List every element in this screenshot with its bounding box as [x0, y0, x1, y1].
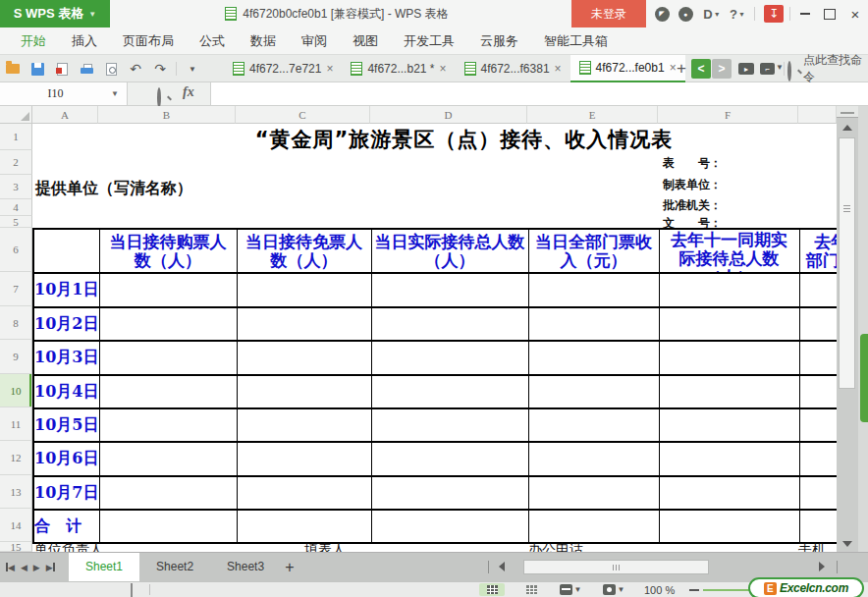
- row-header-14[interactable]: 14: [0, 509, 32, 542]
- cell-row-label-0[interactable]: 10月1日: [33, 273, 99, 307]
- cell-row-label-4[interactable]: 10月5日: [33, 408, 99, 442]
- close-tab-icon[interactable]: ×: [326, 62, 333, 76]
- row-header-10[interactable]: 10: [0, 374, 32, 407]
- cell-empty[interactable]: [371, 476, 528, 510]
- command-search-input[interactable]: 点此查找命令: [803, 55, 868, 82]
- cell-empty[interactable]: [528, 408, 659, 442]
- cell-empty[interactable]: [799, 273, 837, 307]
- new-document-tab-button[interactable]: +: [674, 55, 689, 82]
- split-handle[interactable]: [837, 106, 858, 118]
- row-header-15[interactable]: 15: [0, 542, 32, 552]
- cell-empty[interactable]: [799, 307, 837, 341]
- cell-empty[interactable]: [371, 375, 528, 408]
- sheet-tab-Sheet1[interactable]: Sheet1: [69, 553, 139, 581]
- first-sheet-icon[interactable]: ◀: [6, 563, 15, 572]
- column-header-B[interactable]: B: [98, 106, 236, 124]
- zoom-out-icon[interactable]: [689, 589, 699, 591]
- table-column-header-5[interactable]: 去年十一同期全 部门票收入（元）: [799, 229, 837, 273]
- add-sheet-button[interactable]: +: [281, 553, 298, 581]
- reading-mode-button[interactable]: ▼: [556, 583, 585, 596]
- cell-meta-label[interactable]: 批准机关：: [663, 197, 722, 214]
- cell-row-label-5[interactable]: 10月6日: [33, 442, 99, 476]
- zoom-slider[interactable]: [703, 589, 750, 591]
- row-header-13[interactable]: 13: [0, 475, 32, 509]
- scroll-down-icon[interactable]: [837, 535, 858, 552]
- row-header-4[interactable]: 4: [0, 199, 32, 216]
- open-file-icon[interactable]: [4, 60, 22, 78]
- row-header-11[interactable]: 11: [0, 407, 32, 441]
- column-header-F[interactable]: F: [658, 106, 798, 124]
- menu-tab-页面布局[interactable]: 页面布局: [110, 27, 187, 54]
- cell-footer-label-2[interactable]: 办公电话: [528, 541, 583, 552]
- chevron-down-icon[interactable]: ▼: [111, 89, 127, 98]
- cell-empty[interactable]: [99, 442, 237, 476]
- cell-empty[interactable]: [659, 408, 799, 442]
- column-header-A[interactable]: A: [32, 106, 98, 124]
- page-layout-view-button[interactable]: [518, 583, 544, 596]
- cell-empty[interactable]: [371, 442, 528, 476]
- cell-footer-label-1[interactable]: 填表人: [304, 541, 346, 552]
- document-tab-0[interactable]: 4f672...7e721×: [224, 55, 342, 82]
- cell-empty[interactable]: [659, 476, 799, 510]
- cell-empty[interactable]: [371, 273, 528, 307]
- vertical-scroll-thumb[interactable]: [839, 137, 855, 389]
- undo-icon[interactable]: ↶: [127, 60, 144, 78]
- login-button[interactable]: 未登录: [571, 0, 646, 27]
- cell-empty[interactable]: [99, 273, 237, 307]
- cell-empty[interactable]: [237, 408, 371, 442]
- close-tab-icon[interactable]: ×: [439, 62, 446, 76]
- horizontal-scroll-thumb[interactable]: [523, 560, 709, 574]
- menu-tab-云服务[interactable]: 云服务: [467, 27, 531, 54]
- cell-empty[interactable]: [237, 476, 371, 510]
- tab-scroll-left-button[interactable]: <: [691, 59, 711, 79]
- cell-meta-label[interactable]: 表 号：: [663, 155, 722, 172]
- cell-empty[interactable]: [659, 442, 799, 476]
- cell-empty[interactable]: [99, 510, 237, 543]
- table-column-header-3[interactable]: 当日全部门票收 入（元）: [528, 229, 659, 273]
- help-icon[interactable]: ?▼: [727, 6, 748, 22]
- cell-empty[interactable]: [799, 341, 837, 375]
- menu-tab-智能工具箱[interactable]: 智能工具箱: [531, 27, 621, 54]
- cell-footer-label-0[interactable]: 单位负责人: [34, 541, 103, 552]
- cell-provider-label[interactable]: 提供单位（写清名称）: [35, 179, 192, 199]
- cell-empty[interactable]: [99, 375, 237, 408]
- cell-empty[interactable]: [799, 408, 837, 442]
- cell-empty[interactable]: [659, 341, 799, 375]
- cell-empty[interactable]: [237, 510, 371, 543]
- cell-empty[interactable]: [371, 307, 528, 341]
- cell-empty[interactable]: [528, 307, 659, 341]
- print-preview-icon[interactable]: [102, 60, 120, 78]
- select-all-corner[interactable]: [0, 106, 32, 124]
- cell-row-label-3[interactable]: 10月4日: [33, 375, 99, 408]
- cell-row-label-1[interactable]: 10月2日: [33, 307, 99, 341]
- cell-empty[interactable]: [371, 510, 528, 543]
- row-header-2[interactable]: 2: [0, 150, 32, 175]
- sheet-tab-Sheet2[interactable]: Sheet2: [139, 553, 210, 581]
- magnifier-icon[interactable]: [157, 89, 161, 107]
- column-header-partial[interactable]: [798, 106, 837, 124]
- pinwheel-icon[interactable]: ◤: [654, 6, 670, 22]
- cell-empty[interactable]: [99, 341, 237, 375]
- scroll-left-icon[interactable]: [499, 562, 505, 571]
- formula-input[interactable]: [210, 82, 868, 105]
- row-header-3[interactable]: 3: [0, 175, 32, 199]
- cell-row-label-6[interactable]: 10月7日: [33, 476, 99, 510]
- cell-empty[interactable]: [528, 341, 659, 375]
- close-tab-icon[interactable]: ×: [555, 62, 562, 76]
- cell-empty[interactable]: [799, 476, 837, 510]
- scroll-up-icon[interactable]: [837, 119, 858, 136]
- cell-empty[interactable]: [528, 476, 659, 510]
- table-column-header-2[interactable]: 当日实际接待总人数 （人）: [371, 229, 528, 273]
- table-column-header-0[interactable]: 当日接待购票人 数（人）: [99, 229, 237, 273]
- side-panel-handle[interactable]: [860, 334, 868, 422]
- cell-empty[interactable]: [371, 341, 528, 375]
- cell-empty[interactable]: [799, 510, 837, 543]
- document-tab-1[interactable]: 4f672...b21 *×: [342, 55, 455, 82]
- cell-empty[interactable]: [99, 408, 237, 442]
- row-header-5[interactable]: 5: [0, 216, 32, 228]
- cell-empty[interactable]: [799, 442, 837, 476]
- cell-empty[interactable]: [237, 442, 371, 476]
- row-header-8[interactable]: 8: [0, 306, 32, 340]
- cell-footer-label-3[interactable]: 手机: [798, 541, 826, 552]
- table-column-header-1[interactable]: 当日接待免票人 数（人）: [237, 229, 371, 273]
